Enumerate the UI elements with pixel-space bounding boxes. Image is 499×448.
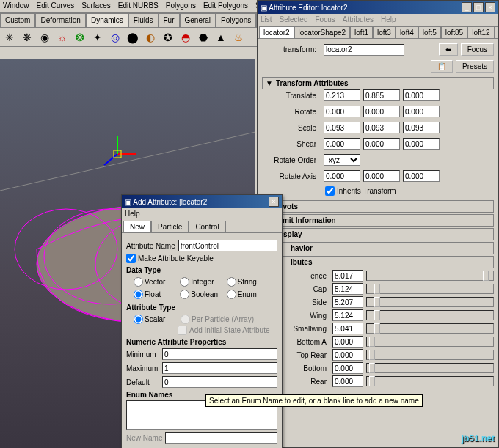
ae-tab[interactable]: loft5 — [418, 26, 441, 38]
ae-menu-selected[interactable]: Selected — [280, 15, 308, 23]
extra-attr-slider[interactable] — [366, 284, 494, 294]
shear-input[interactable] — [403, 138, 440, 150]
shelf-tab-fluids[interactable]: Fluids — [128, 13, 159, 27]
keyable-checkbox[interactable]: Make Attribute Keyable — [126, 254, 277, 263]
extra-attr-slider[interactable] — [366, 376, 494, 386]
shelf-icon[interactable]: ☼ — [54, 29, 70, 45]
extra-attr-input[interactable] — [332, 362, 363, 374]
rotate-axis-z[interactable] — [403, 170, 440, 182]
transform-section-header[interactable]: ▼Transform Attributes — [262, 77, 494, 89]
shear-input[interactable] — [363, 138, 400, 150]
extra-attr-input[interactable] — [332, 270, 363, 282]
minimize-button[interactable]: _ — [462, 2, 472, 12]
go-button[interactable]: ⬅ — [439, 43, 458, 56]
menu-edit-curves[interactable]: Edit Curves — [37, 1, 75, 11]
shelf-tab-dynamics[interactable]: Dynamics — [86, 13, 128, 27]
extra-attr-slider[interactable] — [366, 297, 494, 307]
ae-tab[interactable]: loft4 — [396, 26, 418, 38]
shelf-tab-fur[interactable]: Fur — [159, 13, 180, 27]
shelf-icon[interactable]: ⬤ — [125, 29, 141, 45]
ae-tab[interactable]: loft85 — [441, 26, 467, 38]
close-button[interactable]: × — [485, 2, 495, 12]
shelf-tab-custom[interactable]: Custom — [0, 13, 35, 27]
shelf-tab-general[interactable]: General — [180, 13, 216, 27]
datatype-float[interactable]: Float — [134, 290, 177, 299]
maximum-input[interactable] — [162, 362, 277, 374]
dlg-tab-particle[interactable]: Particle — [151, 221, 189, 232]
behavior-header[interactable]: havior — [262, 242, 494, 254]
extra-attr-slider[interactable] — [366, 323, 494, 334]
datatype-string[interactable]: String — [227, 277, 270, 287]
rotate-axis-x[interactable] — [324, 170, 360, 182]
ae-tab[interactable]: loft12 — [467, 26, 494, 38]
ae-menu-help[interactable]: Help — [381, 15, 396, 23]
rotate-input[interactable] — [363, 106, 400, 117]
datatype-integer[interactable]: Integer — [180, 277, 223, 287]
dlg-help-menu[interactable]: Help — [125, 210, 140, 218]
shelf-icon[interactable]: ⬣ — [195, 29, 211, 45]
shelf-icon[interactable]: ◎ — [107, 29, 123, 45]
shelf-icon[interactable]: ❋ — [19, 29, 35, 45]
shelf-tab-polygons[interactable]: Polygons — [216, 13, 256, 27]
minimum-input[interactable] — [162, 348, 277, 360]
menu-surfaces[interactable]: Surfaces — [81, 1, 110, 11]
rotate-input[interactable] — [324, 106, 360, 117]
shelf-icon[interactable]: ❂ — [72, 29, 88, 45]
default-input[interactable] — [162, 376, 277, 388]
extra-attr-input[interactable] — [332, 296, 363, 308]
dlg-tab-control[interactable]: Control — [189, 221, 225, 232]
shelf-icon[interactable]: ✦ — [90, 29, 106, 45]
transform-name-input[interactable] — [324, 44, 404, 56]
datatype-vector[interactable]: Vector — [134, 277, 177, 287]
dlg-tab-new[interactable]: New — [123, 221, 151, 232]
extra-attr-slider[interactable] — [366, 337, 494, 347]
shelf-icon[interactable]: ▲ — [213, 29, 229, 45]
rotate-input[interactable] — [403, 106, 440, 117]
ae-tab[interactable]: locator2 — [259, 26, 294, 38]
focus-button[interactable]: Focus — [461, 43, 494, 56]
scale-input[interactable] — [324, 122, 360, 133]
extra-attr-slider[interactable] — [366, 310, 494, 320]
shelf-icon[interactable]: ◐ — [142, 29, 159, 45]
pivots-header[interactable]: ▶Pivots — [262, 200, 494, 213]
ae-tab[interactable]: loft1 — [350, 26, 373, 38]
extra-attr-slider[interactable] — [366, 271, 494, 281]
shelf-icon[interactable]: ✳ — [1, 29, 18, 45]
shear-input[interactable] — [324, 138, 360, 150]
scale-input[interactable] — [403, 122, 440, 133]
menu-edit-nurbs[interactable]: Edit NURBS — [118, 1, 159, 11]
ae-menu-focus[interactable]: Focus — [315, 15, 335, 23]
extra-attr-slider[interactable] — [366, 350, 494, 360]
extra-attr-input[interactable] — [332, 309, 363, 321]
shelf-tab-deformation[interactable]: Deformation — [35, 13, 85, 27]
extra-attr-input[interactable] — [332, 283, 363, 295]
shelf-icon[interactable]: ✪ — [160, 29, 176, 45]
ae-menu-list[interactable]: List — [261, 15, 272, 23]
translate-input[interactable] — [403, 89, 440, 101]
rotate-order-select[interactable]: xyz — [324, 154, 360, 166]
shelf-icon[interactable]: ◓ — [178, 29, 194, 45]
inherits-checkbox[interactable]: Inherits Transform — [325, 186, 396, 196]
extra-attr-input[interactable] — [332, 349, 363, 361]
ae-menu-attributes[interactable]: Attributes — [343, 15, 374, 23]
shelf-icon[interactable]: ♨ — [230, 29, 247, 45]
attributes-header[interactable]: ibutes — [262, 256, 494, 268]
extra-attr-input[interactable] — [332, 336, 363, 348]
menu-polygons[interactable]: Polygons — [166, 1, 196, 11]
datatype-boolean[interactable]: Boolean — [180, 290, 223, 299]
datatype-enum[interactable]: Enum — [227, 290, 270, 299]
extra-attr-input[interactable] — [332, 375, 363, 387]
dlg-close-button[interactable]: × — [269, 197, 279, 207]
scale-input[interactable] — [363, 122, 400, 133]
ae-tab[interactable]: loft3 — [373, 26, 396, 38]
copy-button[interactable]: 📋 — [431, 60, 453, 73]
ae-tab[interactable]: loft9 — [495, 26, 498, 38]
presets-button[interactable]: Presets — [456, 60, 494, 73]
extra-attr-slider[interactable] — [366, 363, 494, 373]
shelf-icon[interactable]: ◉ — [37, 29, 53, 45]
scalar-radio[interactable]: Scalar — [134, 315, 178, 324]
extra-attr-input[interactable] — [332, 323, 363, 334]
rotate-axis-y[interactable] — [363, 170, 400, 182]
attribute-name-input[interactable] — [178, 240, 277, 251]
display-header[interactable]: ▶Display — [262, 228, 494, 240]
